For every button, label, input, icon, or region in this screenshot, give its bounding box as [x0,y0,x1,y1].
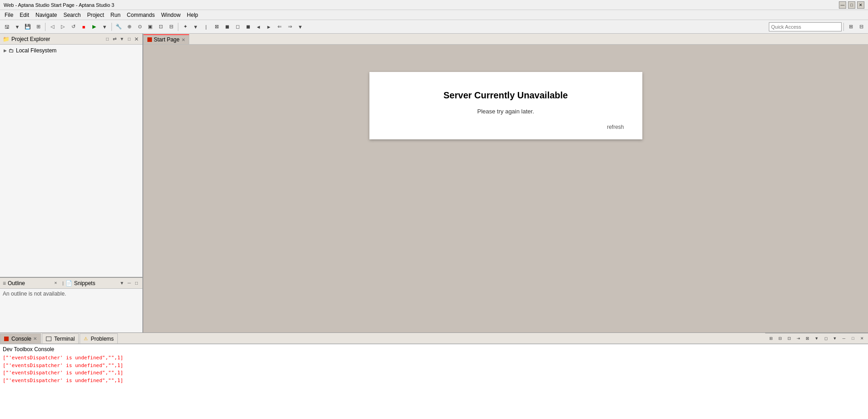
minimize-button[interactable]: — [839,1,846,9]
bottom-toolbar-btn8[interactable]: ▼ [831,334,839,342]
toolbar-refresh-btn[interactable]: ↺ [68,22,78,32]
close-button[interactable]: ✕ [857,1,864,9]
toolbar-tool2-btn[interactable]: ⊕ [124,22,134,32]
outline-maximize-btn[interactable]: □ [133,280,140,286]
toolbar-misc10-btn[interactable]: ⇐ [274,22,284,32]
toolbar-misc3-btn[interactable]: | [201,22,211,32]
toolbar-new-btn[interactable]: 🖫 [2,22,12,32]
menu-commands[interactable]: Commands [124,11,157,19]
tree-arrow: ▶ [4,48,7,53]
outline-menu-btn[interactable]: ▼ [119,280,125,286]
console-tab-icon [4,337,9,341]
toolbar-tool4-btn[interactable]: ▣ [145,22,155,32]
menu-edit[interactable]: Edit [17,11,32,19]
window-controls: — □ ✕ [839,1,864,9]
project-explorer-close-btn[interactable]: ✕ [133,36,140,42]
start-page-tab-close[interactable]: ✕ [182,37,185,42]
start-page-tab[interactable]: Start Page ✕ [143,34,189,44]
menu-window[interactable]: Window [158,11,183,19]
menu-search[interactable]: Search [61,11,83,19]
toolbar-stop-btn[interactable]: ■ [79,22,89,32]
outline-close-icon[interactable]: ✕ [52,280,59,286]
outline-minimize-btn[interactable]: ─ [126,280,132,286]
toolbar-sep-2 [111,23,112,31]
bottom-toolbar-btn2[interactable]: ⊟ [776,334,784,342]
project-explorer-panel: 📁 Project Explorer □ ⇄ ▼ □ ✕ ▶ 🗀 Local F… [0,34,142,278]
panels-row: 📁 Project Explorer □ ⇄ ▼ □ ✕ ▶ 🗀 Local F… [0,34,868,332]
toolbar-misc6-btn[interactable]: ◻ [232,22,242,32]
server-unavailable-title: Server Currently Unavailable [388,90,624,101]
toolbar-perspective2-btn[interactable]: ⊟ [856,22,866,32]
menu-run[interactable]: Run [108,11,123,19]
bottom-toolbar-btn3[interactable]: ⊡ [785,334,793,342]
toolbar-misc5-btn[interactable]: ◼ [222,22,232,32]
server-unavailable-message: Please try again later. [388,108,624,115]
console-line-3: ["'eventsDispatcher' is undefined","",1] [3,369,865,377]
menu-help[interactable]: Help [184,11,201,19]
toolbar-misc1-btn[interactable]: ✦ [180,22,190,32]
toolbar-perspective1-btn[interactable]: ⊞ [846,22,856,32]
start-page-tab-label: Start Page [154,36,180,43]
terminal-tab-icon [46,337,51,341]
toolbar-btn-2[interactable]: ▼ [12,22,22,32]
project-explorer-icon: 📁 [3,36,10,42]
bottom-tabs: Console ✕ Terminal ⚠ Problems [0,333,765,344]
toolbar-tool5-btn[interactable]: ⊡ [156,22,166,32]
terminal-tab-label: Terminal [54,336,75,342]
project-explorer-menu-btn[interactable]: ▼ [119,36,125,42]
project-explorer-content: ▶ 🗀 Local Filesystem [0,45,142,277]
problems-tab[interactable]: ⚠ Problems [80,333,118,343]
toolbar-tool1-btn[interactable]: 🔧 [114,22,124,32]
maximize-button[interactable]: □ [848,1,855,9]
bottom-toolbar-btn9[interactable]: ─ [840,334,848,342]
toolbar-misc2-btn[interactable]: ▼ [191,22,201,32]
toolbar-run-btn[interactable]: ▶ [89,22,99,32]
editor-tabs: Start Page ✕ [143,34,868,45]
console-header: Dev Toolbox Console [3,346,865,353]
outline-title: Outline [8,280,50,286]
console-line-2: ["'eventsDispatcher' is undefined","",1] [3,362,865,370]
console-line-4: ["'eventsDispatcher' is undefined","",1] [3,377,865,385]
tree-item-local-filesystem[interactable]: ▶ 🗀 Local Filesystem [2,46,141,55]
server-unavailable-box: Server Currently Unavailable Please try … [369,72,642,139]
menu-navigate[interactable]: Navigate [33,11,60,19]
toolbar-save-btn[interactable]: 💾 [23,22,33,32]
problems-tab-icon: ⚠ [84,336,88,341]
toolbar-tool6-btn[interactable]: ⊟ [166,22,176,32]
terminal-tab[interactable]: Terminal [42,333,79,343]
toolbar-misc8-btn[interactable]: ◄ [253,22,263,32]
menu-file[interactable]: File [2,11,16,19]
project-explorer-minimize-btn[interactable]: □ [104,36,111,42]
toolbar-tool3-btn[interactable]: ⊙ [135,22,145,32]
toolbar-sep-4 [843,23,844,31]
console-tab-close[interactable]: ✕ [33,336,37,341]
start-page-tab-icon [147,37,152,42]
bottom-toolbar-btn11[interactable]: ✕ [858,334,866,342]
project-explorer-maximize-btn[interactable]: □ [126,36,132,42]
bottom-toolbar-btn10[interactable]: □ [849,334,857,342]
toolbar-misc7-btn[interactable]: ◼ [243,22,253,32]
toolbar-run-arrow-btn[interactable]: ▼ [100,22,110,32]
snippets-icon: 📄 [66,280,72,286]
main-area: 📁 Project Explorer □ ⇄ ▼ □ ✕ ▶ 🗀 Local F… [0,34,868,419]
toolbar-save-all-btn[interactable]: ⊞ [33,22,43,32]
toolbar-next-btn[interactable]: ▷ [58,22,68,32]
bottom-toolbar-btn4[interactable]: ⇥ [794,334,802,342]
project-explorer-header: 📁 Project Explorer □ ⇄ ▼ □ ✕ [0,34,142,45]
toolbar-misc11-btn[interactable]: ⇒ [285,22,295,32]
bottom-toolbar-btn7[interactable]: ◻ [822,334,830,342]
server-refresh-link[interactable]: refresh [388,124,624,130]
toolbar-misc12-btn[interactable]: ▼ [295,22,305,32]
bottom-toolbar-btn5[interactable]: ⊠ [803,334,812,342]
console-tab[interactable]: Console ✕ [0,333,41,343]
toolbar-misc9-btn[interactable]: ► [264,22,274,32]
toolbar-prev-btn[interactable]: ◁ [47,22,57,32]
toolbar-misc4-btn[interactable]: ⊠ [212,22,222,32]
project-explorer-sync-btn[interactable]: ⇄ [111,36,118,42]
project-explorer-title: Project Explorer [11,36,102,42]
bottom-toolbar-btn6[interactable]: ▼ [812,334,821,342]
menu-project[interactable]: Project [84,11,106,19]
bottom-toolbar-btn1[interactable]: ⊞ [767,334,775,342]
problems-tab-label: Problems [91,336,114,342]
quick-access-input[interactable] [769,22,842,31]
